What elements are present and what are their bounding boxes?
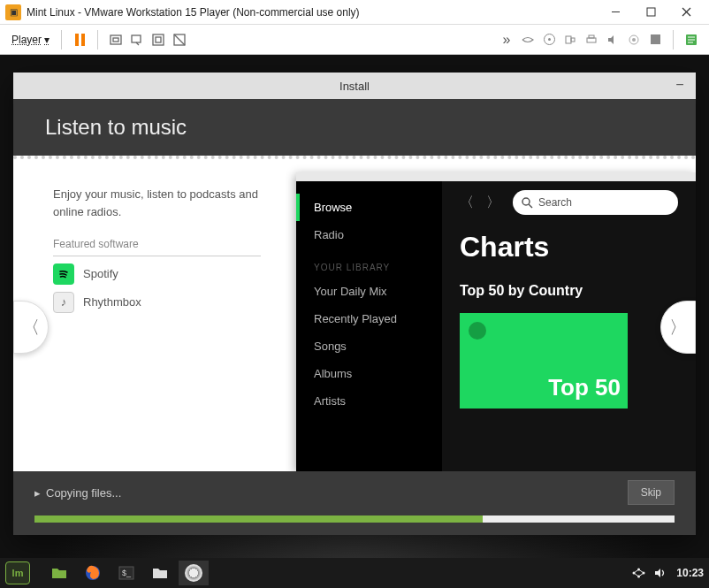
progress-fill [34, 515, 483, 523]
separator [673, 30, 674, 50]
record-icon[interactable] [623, 29, 644, 50]
skip-button[interactable]: Skip [628, 480, 675, 505]
charts-subtitle: Top 50 by Country [460, 283, 678, 299]
sidebar-albums[interactable]: Albums [296, 360, 442, 387]
disc-icon [185, 564, 202, 582]
taskbar-files[interactable] [44, 561, 74, 585]
software-item-spotify[interactable]: Spotify [53, 263, 261, 285]
player-menu-label: Player [11, 34, 42, 46]
taskbar-terminal[interactable]: $_ [111, 561, 141, 585]
player-menu[interactable]: Player ▾ [7, 31, 54, 49]
svg-line-36 [639, 573, 644, 577]
install-minimize-button[interactable]: − [671, 76, 689, 94]
svg-point-12 [548, 38, 551, 41]
software-item-rhythmbox[interactable]: ♪ Rhythmbox [53, 292, 261, 313]
network-tray-icon[interactable] [632, 567, 645, 579]
taskbar-firefox[interactable] [78, 561, 108, 585]
vmware-icon: ▣ [5, 4, 21, 20]
svg-rect-4 [111, 35, 121, 44]
intro-text: Enjoy your music, listen to podcasts and… [53, 186, 261, 220]
network-icon[interactable]: » [496, 29, 517, 50]
install-header: Listen to music [13, 99, 696, 156]
taskbar-files-alt[interactable] [145, 561, 175, 585]
svg-text:$_: $_ [122, 569, 132, 577]
maximize-button[interactable] [633, 1, 668, 24]
rhythmbox-icon: ♪ [53, 292, 74, 313]
sound-icon[interactable] [602, 29, 623, 50]
svg-rect-6 [132, 35, 141, 42]
svg-line-33 [634, 569, 639, 573]
svg-point-18 [632, 38, 636, 42]
mint-menu-button[interactable]: lm [5, 561, 30, 584]
card-text: Top 50 [548, 374, 621, 401]
svg-rect-13 [566, 36, 571, 43]
taskbar-installer[interactable] [179, 561, 209, 585]
software-label: Rhythmbox [83, 294, 141, 311]
clock[interactable]: 10:23 [676, 567, 704, 579]
guest-desktop: Install − Listen to music Enjoy your mus… [0, 55, 709, 588]
expand-icon: ▸ [34, 486, 41, 500]
send-key-button[interactable] [105, 29, 126, 50]
svg-rect-8 [156, 37, 161, 42]
install-status[interactable]: ▸ Copying files... [34, 486, 121, 500]
svg-point-24 [522, 198, 530, 205]
sidebar-artists[interactable]: Artists [296, 387, 442, 415]
fullscreen-button[interactable] [148, 29, 169, 50]
svg-rect-15 [587, 38, 596, 42]
spotify-search[interactable]: Search [513, 190, 678, 215]
install-body: Enjoy your music, listen to podcasts and… [13, 156, 696, 471]
nav-forward-icon[interactable]: 〉 [486, 194, 500, 212]
svg-rect-5 [113, 38, 118, 42]
install-titlebar[interactable]: Install − [13, 73, 696, 99]
spotify-main: 〈 〉 Search Charts Top 50 by Country Top … [442, 181, 696, 471]
printer-icon[interactable] [581, 29, 602, 50]
search-placeholder: Search [538, 196, 572, 209]
svg-rect-7 [153, 34, 164, 45]
sidebar-radio[interactable]: Radio [296, 221, 442, 248]
spotify-preview: Browse Radio YOUR LIBRARY Your Daily Mix… [296, 172, 696, 471]
unity-button[interactable] [169, 29, 190, 50]
svg-line-25 [529, 204, 532, 208]
close-button[interactable] [668, 1, 704, 24]
snapshot-button[interactable] [126, 29, 148, 50]
spotify-navbar: 〈 〉 Search [460, 190, 678, 215]
spotify-sidebar: Browse Radio YOUR LIBRARY Your Daily Mix… [296, 181, 442, 471]
top50-card[interactable]: Top 50 [460, 313, 628, 409]
svg-line-35 [639, 569, 644, 573]
install-window: Install − Listen to music Enjoy your mus… [13, 73, 696, 535]
featured-header: Featured software [53, 236, 261, 256]
svg-line-34 [634, 573, 639, 577]
cd-icon[interactable] [538, 29, 560, 50]
svg-rect-16 [589, 35, 594, 38]
svg-rect-19 [651, 34, 660, 44]
usb-icon[interactable] [560, 29, 581, 50]
svg-line-10 [174, 34, 185, 45]
notes-button[interactable] [681, 29, 702, 50]
svg-rect-14 [571, 38, 575, 42]
chevron-down-icon: ▾ [44, 34, 50, 46]
install-footer: ▸ Copying files... Skip [13, 471, 696, 535]
system-tray: 10:23 [632, 567, 704, 579]
vmware-title: Mint Linux - VMware Workstation 15 Playe… [27, 6, 598, 19]
disk-icon[interactable] [517, 29, 538, 50]
sidebar-library-header: YOUR LIBRARY [296, 248, 442, 278]
svg-rect-1 [647, 8, 655, 16]
search-icon [522, 197, 533, 209]
charts-title: Charts [460, 231, 678, 263]
software-label: Spotify [83, 265, 118, 283]
install-title: Install [339, 80, 370, 93]
sidebar-recently-played[interactable]: Recently Played [296, 305, 442, 332]
separator [97, 30, 98, 50]
pause-vm-button[interactable] [69, 29, 90, 50]
spotify-icon [53, 263, 74, 285]
nav-back-icon[interactable]: 〈 [460, 194, 474, 212]
carousel-prev-button[interactable]: 〈 [13, 301, 49, 354]
minimize-button[interactable] [598, 1, 633, 24]
status-text: Copying files... [46, 486, 121, 500]
sidebar-songs[interactable]: Songs [296, 332, 442, 360]
sidebar-daily-mix[interactable]: Your Daily Mix [296, 278, 442, 305]
volume-tray-icon[interactable] [654, 567, 667, 579]
install-body-left: Enjoy your music, listen to podcasts and… [53, 186, 261, 320]
sidebar-browse[interactable]: Browse [296, 194, 442, 221]
floppy-icon[interactable] [644, 29, 666, 50]
